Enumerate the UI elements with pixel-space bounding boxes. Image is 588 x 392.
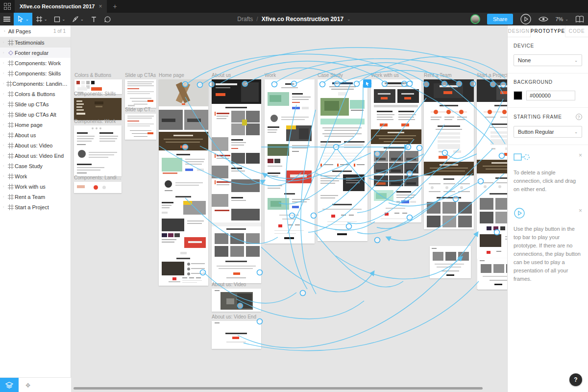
- preview-eye-icon[interactable]: [539, 16, 548, 23]
- chevron-right-icon[interactable]: ›: [3, 51, 7, 54]
- canvas-frame-label[interactable]: Work with us: [371, 73, 399, 78]
- canvas-frame[interactable]: [125, 79, 156, 108]
- background-color-swatch[interactable]: [514, 91, 522, 100]
- layer-item[interactable]: ›Work: [0, 171, 71, 181]
- chevron-right-icon[interactable]: ›: [4, 29, 5, 33]
- chevron-right-icon[interactable]: ›: [3, 174, 7, 178]
- chevron-right-icon[interactable]: ›: [3, 102, 7, 106]
- canvas-frame[interactable]: [125, 114, 156, 140]
- layer-item[interactable]: ›Work with us: [0, 181, 71, 192]
- chevron-right-icon[interactable]: ›: [3, 205, 7, 209]
- breadcrumb-document-title[interactable]: Xfive.co Reconstruction 2017: [262, 16, 343, 23]
- comment-tool-button[interactable]: [100, 13, 115, 25]
- canvas-frame-label[interactable]: Colors & Buttons: [74, 73, 111, 78]
- layer-item[interactable]: ›Home page: [0, 120, 71, 130]
- chevron-down-icon[interactable]: ⌄: [44, 17, 48, 22]
- share-button[interactable]: Share: [487, 14, 513, 24]
- canvas-frame-label[interactable]: About us: Video End: [212, 314, 256, 319]
- canvas-frame[interactable]: [212, 289, 261, 312]
- chevron-right-icon[interactable]: ›: [3, 72, 7, 75]
- chevron-right-icon[interactable]: ›: [3, 61, 7, 65]
- canvas-frame[interactable]: [265, 79, 315, 244]
- canvas-frame-label[interactable]: Home page: [159, 73, 184, 78]
- present-play-button[interactable]: [520, 13, 532, 25]
- chevron-right-icon[interactable]: ›: [3, 92, 7, 96]
- canvas[interactable]: Colors & ButtonsComponents: SkillsCompon…: [71, 25, 507, 392]
- breadcrumb-project[interactable]: Drafts: [237, 16, 253, 23]
- canvas-frame-label[interactable]: Rent a Team: [424, 73, 452, 78]
- chevron-down-icon[interactable]: ⌄: [25, 17, 29, 22]
- help-question-icon[interactable]: ?: [576, 114, 582, 120]
- close-icon[interactable]: ×: [579, 207, 582, 214]
- tab-code[interactable]: CODE: [565, 25, 588, 37]
- document-tab[interactable]: Xfive.co Reconstruction 2017 ×: [15, 0, 107, 13]
- library-book-icon[interactable]: [575, 16, 584, 23]
- layer-item[interactable]: ›About us: [0, 130, 71, 140]
- canvas-frame-label[interactable]: About us: [212, 73, 231, 78]
- move-tool-button[interactable]: ⌄: [14, 13, 32, 25]
- canvas-frame[interactable]: [430, 246, 471, 278]
- avatar[interactable]: [470, 14, 480, 24]
- tab-prototype[interactable]: PROTOTYPE: [531, 25, 566, 37]
- chevron-right-icon[interactable]: ›: [3, 41, 7, 44]
- shape-tool-button[interactable]: ⌄: [50, 13, 69, 25]
- chevron-right-icon[interactable]: ›: [3, 195, 7, 198]
- layer-item[interactable]: ›Components: Landing pages: [0, 78, 71, 89]
- help-button[interactable]: ?: [569, 373, 582, 386]
- chevron-right-icon[interactable]: ›: [3, 164, 7, 168]
- app-menu-grid-icon[interactable]: [0, 0, 15, 13]
- layer-item[interactable]: ›Start a Project: [0, 202, 71, 212]
- device-select[interactable]: None ⌄: [514, 54, 582, 66]
- layer-item[interactable]: ›Footer regular: [0, 48, 71, 58]
- canvas-frame-label[interactable]: Start a Project: [477, 73, 507, 78]
- canvas-frame[interactable]: [74, 182, 122, 193]
- canvas-frame-label[interactable]: Work: [265, 73, 276, 78]
- chevron-down-icon[interactable]: ⌄: [80, 17, 84, 22]
- chevron-right-icon[interactable]: ›: [3, 133, 7, 137]
- canvas-frame[interactable]: [371, 79, 421, 222]
- canvas-frame[interactable]: [318, 79, 368, 241]
- layer-item[interactable]: ›About us: Video: [0, 140, 71, 150]
- chevron-down-icon[interactable]: ⌄: [347, 17, 351, 22]
- chevron-right-icon[interactable]: ›: [3, 113, 7, 116]
- frame-tool-button[interactable]: ⌄: [32, 13, 51, 25]
- canvas-frame-label[interactable]: Components: Work: [74, 119, 116, 124]
- zoom-level-control[interactable]: 7% ⌄: [555, 16, 568, 22]
- components-panel-button[interactable]: ❖: [19, 378, 37, 392]
- canvas-frame-label[interactable]: Components: Landing pa...: [74, 175, 122, 180]
- layer-item[interactable]: ›Components: Skills: [0, 68, 71, 78]
- canvas-frame-label[interactable]: About us: Video: [212, 282, 246, 287]
- canvas-frame-label[interactable]: Case Study: [318, 73, 343, 78]
- layer-item[interactable]: ›Components: Work: [0, 58, 71, 68]
- background-hex-input[interactable]: [526, 91, 575, 100]
- chevron-down-icon[interactable]: ⌄: [62, 17, 65, 22]
- close-icon[interactable]: ×: [579, 152, 582, 159]
- canvas-frame[interactable]: [74, 125, 122, 176]
- connection-node[interactable]: [300, 291, 306, 296]
- layer-item[interactable]: ›Slide up CTAs Alt: [0, 109, 71, 120]
- chevron-right-icon[interactable]: ›: [3, 144, 7, 147]
- main-menu-button[interactable]: [0, 13, 14, 25]
- canvas-frame[interactable]: [424, 79, 474, 229]
- layers-panel-button[interactable]: [0, 378, 19, 392]
- layer-item[interactable]: ›Case Study: [0, 161, 71, 171]
- canvas-frame-label[interactable]: Slide up CTAs Alt: [125, 107, 156, 112]
- starting-frame-select[interactable]: Button Regular ⌄: [514, 126, 582, 138]
- canvas-frame[interactable]: [159, 79, 208, 286]
- canvas-frame[interactable]: [212, 321, 261, 349]
- layer-item[interactable]: ›Testimonials: [0, 37, 71, 48]
- pen-tool-button[interactable]: ⌄: [69, 13, 87, 25]
- close-tab-icon[interactable]: ×: [98, 3, 102, 10]
- canvas-frame-label[interactable]: Components: Skills: [74, 91, 116, 97]
- selected-connection-handle[interactable]: [363, 79, 371, 88]
- canvas-frame[interactable]: [477, 79, 507, 289]
- connection-node[interactable]: [375, 238, 380, 243]
- text-tool-button[interactable]: [87, 13, 100, 25]
- layer-item[interactable]: ›Colors & Buttons: [0, 89, 71, 99]
- layer-item[interactable]: ›Slide up CTAs: [0, 99, 71, 109]
- new-tab-icon[interactable]: +: [107, 0, 122, 13]
- tab-design[interactable]: DESIGN: [508, 25, 531, 37]
- layer-item[interactable]: ›About us: Video End: [0, 150, 71, 161]
- canvas-frame-label[interactable]: Slide up CTAs: [125, 73, 156, 78]
- layer-item[interactable]: ›Rent a Team: [0, 192, 71, 202]
